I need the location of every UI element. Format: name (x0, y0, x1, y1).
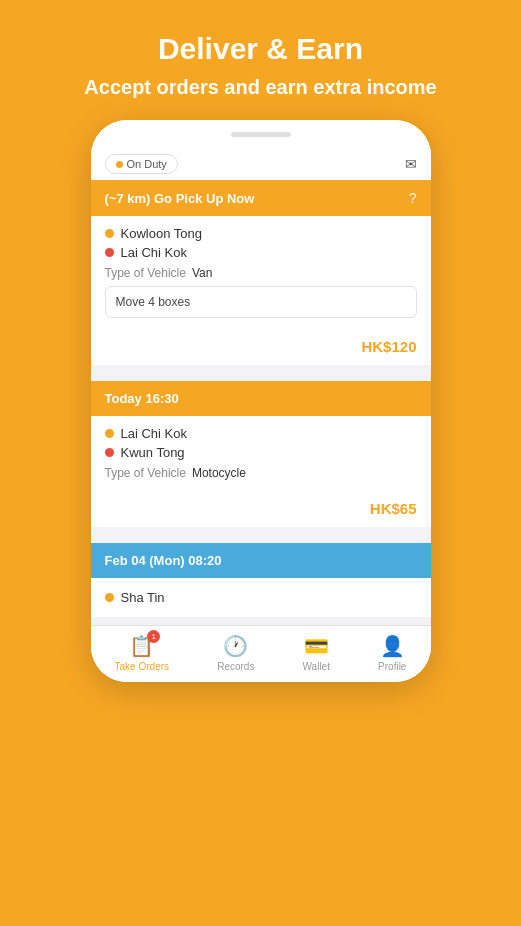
order-1-pickup-row: Kowloon Tong (105, 226, 417, 241)
order-2-header-label: Today 16:30 (105, 391, 179, 406)
order-1-body: Kowloon Tong Lai Chi Kok Type of Vehicle… (91, 216, 431, 334)
phone-notch-bar (231, 132, 291, 137)
records-icon: 🕐 (223, 634, 248, 658)
order-3-pickup: Sha Tin (121, 590, 165, 605)
order-card-3: Feb 04 (Mon) 08:20 Sha Tin (91, 543, 431, 617)
order-2-dropoff: Kwun Tong (121, 445, 185, 460)
duty-indicator-dot (116, 161, 123, 168)
order-3-pickup-row: Sha Tin (91, 578, 431, 617)
order-2-vehicle-row: Type of Vehicle Motocycle (105, 466, 417, 480)
divider-1 (91, 373, 431, 381)
order-1-pickup: Kowloon Tong (121, 226, 202, 241)
header-section: Deliver & Earn Accept orders and earn ex… (64, 0, 456, 120)
order-1-vehicle-row: Type of Vehicle Van (105, 266, 417, 280)
order-2-header[interactable]: Today 16:30 (91, 381, 431, 416)
order-1-header[interactable]: (~7 km) Go Pick Up Now ? (91, 180, 431, 216)
nav-take-orders[interactable]: 📋 1 Take Orders (115, 634, 169, 672)
order-card-2: Today 16:30 Lai Chi Kok Kwun Tong Type o… (91, 381, 431, 527)
order-1-price: HK$120 (91, 334, 431, 365)
nav-take-orders-label: Take Orders (115, 661, 169, 672)
order-1-vehicle-value: Van (192, 266, 212, 280)
vehicle-label-1: Type of Vehicle (105, 266, 186, 280)
order-2-body: Lai Chi Kok Kwun Tong Type of Vehicle Mo… (91, 416, 431, 496)
status-bar: On Duty ✉ (91, 148, 431, 180)
order-2-pickup: Lai Chi Kok (121, 426, 187, 441)
order-2-price: HK$65 (91, 496, 431, 527)
phone-frame: On Duty ✉ (~7 km) Go Pick Up Now ? Kowlo… (91, 120, 431, 682)
nav-records[interactable]: 🕐 Records (217, 634, 254, 672)
pickup-dot-3 (105, 593, 114, 602)
take-orders-badge: 1 (147, 630, 160, 643)
order-1-dropoff-row: Lai Chi Kok (105, 245, 417, 260)
nav-profile-label: Profile (378, 661, 406, 672)
order-3-header-label: Feb 04 (Mon) 08:20 (105, 553, 222, 568)
dropoff-dot (105, 248, 114, 257)
phone-notch (91, 120, 431, 148)
pickup-dot-2 (105, 429, 114, 438)
phone-content: On Duty ✉ (~7 km) Go Pick Up Now ? Kowlo… (91, 148, 431, 682)
order-1-help-icon[interactable]: ? (409, 190, 417, 206)
order-3-header[interactable]: Feb 04 (Mon) 08:20 (91, 543, 431, 578)
order-1-header-label: (~7 km) Go Pick Up Now (105, 191, 255, 206)
dropoff-dot-2 (105, 448, 114, 457)
bottom-nav: 📋 1 Take Orders 🕐 Records 💳 Wallet 👤 Pro… (91, 625, 431, 682)
pickup-dot (105, 229, 114, 238)
message-icon[interactable]: ✉ (405, 156, 417, 172)
order-1-note: Move 4 boxes (105, 286, 417, 318)
take-orders-icon: 📋 1 (129, 634, 154, 658)
nav-records-label: Records (217, 661, 254, 672)
wallet-icon: 💳 (304, 634, 329, 658)
profile-icon: 👤 (380, 634, 405, 658)
order-2-dropoff-row: Kwun Tong (105, 445, 417, 460)
vehicle-label-2: Type of Vehicle (105, 466, 186, 480)
duty-label: On Duty (127, 158, 167, 170)
nav-wallet-label: Wallet (303, 661, 330, 672)
order-1-dropoff: Lai Chi Kok (121, 245, 187, 260)
order-2-pickup-row: Lai Chi Kok (105, 426, 417, 441)
header-title: Deliver & Earn (84, 32, 436, 66)
nav-wallet[interactable]: 💳 Wallet (303, 634, 330, 672)
header-subtitle: Accept orders and earn extra income (84, 74, 436, 100)
nav-profile[interactable]: 👤 Profile (378, 634, 406, 672)
order-card-1: (~7 km) Go Pick Up Now ? Kowloon Tong La… (91, 180, 431, 365)
status-left: On Duty (105, 154, 178, 174)
order-2-vehicle-value: Motocycle (192, 466, 246, 480)
duty-badge[interactable]: On Duty (105, 154, 178, 174)
divider-2 (91, 535, 431, 543)
